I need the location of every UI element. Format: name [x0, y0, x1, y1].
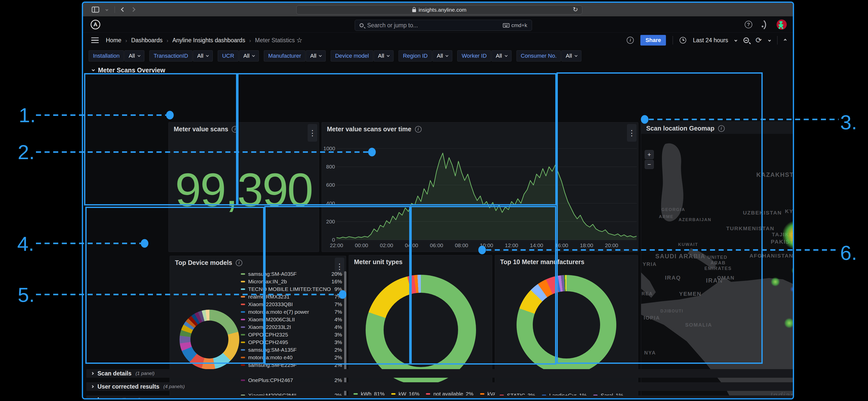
reload-icon[interactable]: ↻: [573, 6, 578, 13]
filter-value-dropdown[interactable]: All: [124, 51, 144, 62]
legend-row[interactable]: samsung:SM-A135F2%: [241, 346, 342, 354]
panel-title[interactable]: Meter value scans i: [174, 126, 238, 133]
url-text: insights.anyline.com: [418, 7, 466, 13]
map-country-label: YEMEN: [679, 291, 702, 297]
legend-row[interactable]: Micromax:IN_2b16%: [241, 278, 342, 286]
legend-scrollbar[interactable]: [344, 271, 346, 399]
filter-label[interactable]: Installation: [89, 51, 124, 62]
panel-scan-location-geomap: Scan location Geomap i KAZAKHSTANGEORGIA…: [641, 122, 794, 399]
clock-icon: [680, 37, 686, 43]
row-meter-scans-overview[interactable]: Meter Scans Overview: [92, 67, 165, 74]
dashboard-canvas: InstallationAllTransactionIDAllUCRAllMan…: [83, 48, 793, 398]
legend-swatch: [480, 393, 485, 395]
collapsed-row-user-corrected-results[interactable]: User corrected results(4 panels): [86, 382, 794, 391]
forward-icon[interactable]: [131, 7, 135, 12]
sidebar-chevron-icon[interactable]: [105, 8, 108, 11]
legend-row[interactable]: samsung:SM-E225F2%: [241, 361, 342, 369]
panel-info-icon[interactable]: i: [232, 126, 238, 133]
map-zoom-in-button[interactable]: +: [645, 150, 654, 159]
panel-title[interactable]: Meter unit types: [354, 258, 403, 266]
filter-value-dropdown[interactable]: All: [492, 51, 511, 62]
filter-label[interactable]: Device model: [331, 51, 373, 62]
filter-label[interactable]: Region ID: [399, 51, 432, 62]
map-country-label: KAZAKHSTAN: [756, 171, 794, 178]
filter-value: All: [197, 53, 203, 59]
filter-label[interactable]: Manufacturer: [264, 51, 305, 62]
collapsed-row-scan-details[interactable]: Scan details(1 panel): [86, 369, 794, 378]
address-bar[interactable]: insights.anyline.com ↻: [296, 5, 582, 14]
filter-label[interactable]: Worker ID: [457, 51, 491, 62]
panel-title[interactable]: Top 10 Meter manufacturers: [500, 258, 584, 266]
breadcrumb-item[interactable]: Dashboards: [131, 37, 162, 44]
legend-row[interactable]: Xiaomi:220233L2I4%: [241, 323, 342, 331]
legend-row[interactable]: OPPO:CPH23253%: [241, 331, 342, 338]
map-zoom-out-button[interactable]: −: [645, 160, 654, 169]
panel-info-icon[interactable]: i: [236, 260, 242, 266]
map-country-label: EMIRATES: [705, 266, 732, 271]
legend-swatch: [241, 357, 245, 358]
device-models-legend: samsung:SM-A035F20%Micromax:IN_2b16%TECN…: [241, 270, 342, 399]
legend-row[interactable]: OPPO:CPH24953%: [241, 338, 342, 346]
time-range-picker[interactable]: Last 24 hours: [693, 37, 728, 44]
breadcrumb-item[interactable]: Anyline Insights dashboards: [173, 37, 245, 44]
back-icon[interactable]: [121, 7, 125, 12]
chevron-down-icon: [206, 54, 209, 57]
panel-info-icon[interactable]: i: [718, 125, 725, 132]
filter-value-dropdown[interactable]: All: [432, 51, 452, 62]
legend-label: Xiaomi:220233L2I: [248, 324, 333, 330]
filter-value: All: [129, 53, 135, 59]
panel-meter-value-scans: Meter value scans i ⋮ 99,390: [168, 122, 319, 252]
legend-row[interactable]: Xiaomi:220333QBI7%: [241, 301, 342, 308]
y-axis-tick: 1000: [323, 145, 335, 152]
collapse-toolbar-icon[interactable]: [784, 39, 786, 41]
search-input[interactable]: Search or jump to... cmd+k: [355, 20, 532, 31]
timeseries-plot[interactable]: [337, 137, 637, 240]
filter-label[interactable]: Consumer No.: [517, 51, 561, 62]
map-country-label: ARME: [659, 214, 674, 219]
anyline-logo[interactable]: A: [91, 20, 100, 29]
time-range-chevron-icon[interactable]: [734, 39, 737, 41]
sidebar-toggle-icon[interactable]: [92, 7, 99, 13]
dashboard-info-icon[interactable]: i: [627, 37, 634, 44]
filter-label[interactable]: UCR: [218, 51, 239, 62]
legend-row[interactable]: samsung:SM-A035F20%: [241, 270, 342, 278]
legend-percent: 2%: [335, 362, 342, 368]
filter-value-dropdown[interactable]: All: [306, 51, 326, 62]
zoom-out-icon[interactable]: [743, 37, 749, 43]
map-country-label: NYA: [644, 350, 656, 356]
filter-value-dropdown[interactable]: All: [239, 51, 259, 62]
panel-info-icon[interactable]: i: [415, 126, 422, 133]
map-country-label: TURKMENISTAN: [726, 226, 774, 232]
refresh-interval-chevron-icon[interactable]: [768, 39, 771, 41]
collapsed-row-images[interactable]: Images(1 panel): [86, 395, 794, 399]
chevron-down-icon: [386, 54, 390, 57]
breadcrumb-item[interactable]: Home: [106, 37, 121, 44]
heat-spot: [790, 286, 794, 293]
map-country-label: AZERBAIJAN: [679, 217, 712, 222]
favorite-star-icon[interactable]: ☆: [296, 36, 302, 44]
filter-label[interactable]: TransactionID: [149, 51, 192, 62]
help-icon[interactable]: ?: [745, 21, 752, 28]
geomap-canvas[interactable]: KAZAKHSTANGEORGIAARMEAZERBAIJANUZBEKISTA…: [641, 134, 794, 399]
filter-value-dropdown[interactable]: All: [374, 51, 394, 62]
menu-icon[interactable]: [91, 37, 99, 43]
legend-row[interactable]: TECNO MOBILE LIMITED:TECNO KE5k9%: [241, 286, 342, 293]
share-button[interactable]: Share: [640, 35, 666, 45]
y-axis-tick: 600: [323, 182, 335, 188]
legend-row[interactable]: motorola:moto e402%: [241, 354, 342, 361]
refresh-icon[interactable]: ⟳: [755, 36, 762, 44]
legend-row[interactable]: motorola:moto e(7) power7%: [241, 308, 342, 316]
legend-row[interactable]: Xiaomi:M2006C3LII4%: [241, 316, 342, 323]
news-rss-icon[interactable]: [761, 21, 768, 28]
panel-title[interactable]: Meter value scans over time i: [327, 126, 422, 133]
breadcrumb-item[interactable]: Meter Statistics: [255, 37, 295, 44]
annotation-number: 3.: [840, 112, 857, 133]
panel-title[interactable]: Top Device models i: [175, 259, 242, 266]
user-avatar[interactable]: [777, 20, 787, 30]
filter-value-dropdown[interactable]: All: [193, 51, 213, 62]
legend-row[interactable]: realme:RMX32317%: [241, 293, 342, 301]
legend-label: Xiaomi:220333QBI: [248, 301, 333, 307]
map-country-label: IRAQ: [665, 274, 681, 281]
filter-value-dropdown[interactable]: All: [561, 51, 581, 62]
panel-title[interactable]: Scan location Geomap i: [646, 125, 725, 132]
